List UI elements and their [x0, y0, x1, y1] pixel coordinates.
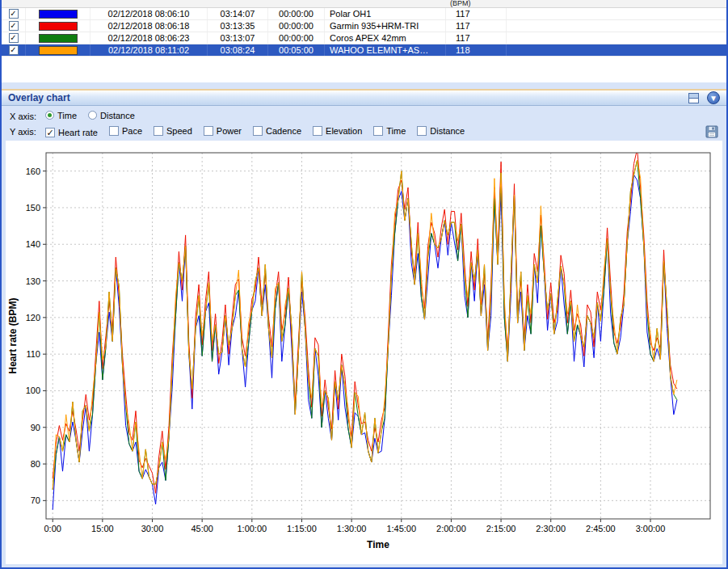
checkbox-icon — [154, 126, 163, 136]
y-axis-title: Heart rate (BPM) — [7, 297, 19, 373]
x-axis-row: X axis: TimeDistance — [10, 108, 718, 124]
checkbox-label: Elevation — [326, 126, 362, 136]
table-row[interactable]: ✓02/12/2018 08:06:1803:13:3500:00:00Garm… — [2, 20, 726, 32]
x-tick-label: 1:30:00 — [337, 524, 367, 533]
y-tick-label: 120 — [26, 313, 40, 322]
y-axis-label: Y axis: — [10, 127, 45, 137]
checkbox-label: Time — [386, 126, 406, 136]
color-swatch — [39, 46, 78, 55]
cell-avg-hr: 118 — [446, 44, 507, 56]
swatch-cell — [26, 20, 90, 32]
cell-avg-hr: 117 — [446, 20, 507, 32]
cell-duration: 03:13:35 — [208, 20, 268, 32]
y-tick-label: 150 — [26, 203, 40, 213]
cell-offset: 00:00:00 — [268, 32, 325, 44]
x-axis-options: TimeDistance — [45, 111, 146, 122]
overlay-chart-title: Overlay chart — [8, 92, 688, 103]
cell-offset: 00:00:00 — [268, 8, 325, 19]
y-tick-label: 110 — [26, 349, 40, 359]
table-row[interactable]: ✓02/12/2018 08:06:2303:13:0700:00:00Coro… — [2, 32, 726, 44]
radio-icon — [45, 111, 54, 120]
x-tick-label: 2:00:00 — [436, 524, 466, 533]
collapse-chevron-icon[interactable]: ▼ — [707, 91, 720, 104]
checkbox-icon — [313, 126, 322, 136]
row-checkbox[interactable]: ✓ — [9, 45, 19, 55]
x-tick-label: 2:45:00 — [586, 524, 616, 533]
table-row[interactable]: ✓02/12/2018 08:11:0203:08:2400:05:00WAHO… — [2, 44, 726, 57]
axis-controls: X axis: TimeDistance Y axis: ✓Heart rate… — [2, 106, 726, 141]
overlay-chart-header: Overlay chart ▼ — [2, 89, 726, 106]
yaxis-checkbox-speed[interactable]: Speed — [154, 126, 192, 136]
x-tick-label: 15:00 — [91, 524, 114, 533]
cell-duration: 03:14:07 — [208, 8, 268, 19]
overlay-chart: 7080901001101201301401501600:0015:0030:0… — [6, 141, 722, 558]
checkbox-icon — [253, 126, 263, 136]
overlay-chart-panel: 7080901001101201301401501600:0015:0030:0… — [6, 141, 722, 564]
radio-icon — [88, 111, 97, 120]
yaxis-checkbox-elevation[interactable]: Elevation — [313, 126, 362, 136]
xaxis-radio-distance[interactable]: Distance — [88, 111, 135, 120]
cell-device: WAHOO ELEMNT+AS… — [325, 44, 446, 56]
x-tick-label: 45:00 — [191, 524, 213, 533]
cell-start-time: 02/12/2018 08:06:10 — [90, 8, 208, 19]
row-check-cell: ✓ — [2, 44, 26, 56]
y-tick-label: 160 — [26, 166, 40, 176]
table-row[interactable]: ✓02/12/2018 08:06:1003:14:0700:00:00Pola… — [2, 8, 726, 20]
table-header-row: (BPM) — [2, 0, 726, 8]
save-chart-button[interactable] — [705, 125, 718, 138]
radio-label: Distance — [100, 111, 135, 120]
y-axis-row: Y axis: ✓Heart ratePaceSpeedPowerCadence… — [10, 124, 718, 139]
yaxis-checkbox-cadence[interactable]: Cadence — [253, 126, 301, 136]
cell-duration: 03:13:07 — [208, 32, 268, 44]
row-checkbox[interactable]: ✓ — [9, 33, 19, 43]
cell-offset: 00:00:00 — [268, 20, 325, 32]
save-icon — [705, 125, 718, 138]
yaxis-checkbox-time[interactable]: Time — [373, 126, 406, 136]
yaxis-checkbox-distance[interactable]: Distance — [417, 126, 465, 136]
checkbox-icon — [373, 126, 383, 136]
cell-device: Coros APEX 42mm — [325, 32, 446, 44]
y-tick-label: 130 — [26, 276, 40, 286]
checkbox-label: Pace — [122, 126, 142, 136]
cell-device: Garmin 935+HRM-TRI — [325, 20, 446, 32]
swatch-cell — [26, 8, 90, 19]
cell-filler — [507, 20, 726, 32]
y-tick-label: 90 — [31, 423, 40, 432]
checkbox-icon: ✓ — [45, 128, 55, 137]
cell-start-time: 02/12/2018 08:06:18 — [90, 20, 208, 32]
checkbox-label: Power — [217, 126, 242, 136]
app-window: (BPM) ✓02/12/2018 08:06:1003:14:0700:00:… — [0, 0, 728, 569]
y-tick-label: 140 — [26, 239, 40, 249]
x-tick-label: 1:00:00 — [237, 524, 267, 533]
split-panes-icon[interactable] — [688, 93, 699, 103]
cell-start-time: 02/12/2018 08:11:02 — [90, 44, 208, 56]
cell-offset: 00:05:00 — [268, 44, 325, 56]
row-checkbox[interactable]: ✓ — [9, 21, 19, 31]
x-axis-label: X axis: — [10, 112, 45, 121]
x-tick-label: 1:15:00 — [287, 524, 317, 533]
row-check-cell: ✓ — [2, 32, 26, 44]
cell-start-time: 02/12/2018 08:06:23 — [90, 32, 208, 44]
x-tick-label: 30:00 — [141, 524, 164, 533]
cell-filler — [507, 32, 726, 44]
yaxis-checkbox-pace[interactable]: Pace — [109, 126, 142, 136]
x-tick-label: 2:30:00 — [536, 524, 566, 533]
row-checkbox[interactable]: ✓ — [9, 9, 19, 19]
x-tick-label: 0:00 — [44, 524, 61, 533]
cell-duration: 03:08:24 — [208, 44, 268, 56]
cell-avg-hr: 117 — [446, 32, 507, 44]
checkbox-icon — [204, 126, 213, 136]
checkbox-label: Cadence — [266, 126, 301, 136]
pane-splitter[interactable] — [2, 82, 726, 89]
radio-label: Time — [57, 111, 77, 120]
swatch-cell — [26, 32, 90, 44]
swatch-cell — [26, 44, 90, 56]
color-swatch — [39, 22, 78, 31]
y-tick-label: 70 — [31, 495, 40, 505]
xaxis-radio-time[interactable]: Time — [45, 111, 77, 120]
checkbox-icon — [109, 126, 119, 136]
yaxis-checkbox-power[interactable]: Power — [204, 126, 242, 136]
y-tick-label: 100 — [26, 386, 40, 395]
y-tick-label: 80 — [31, 459, 40, 469]
yaxis-checkbox-heart-rate[interactable]: ✓Heart rate — [45, 128, 98, 137]
